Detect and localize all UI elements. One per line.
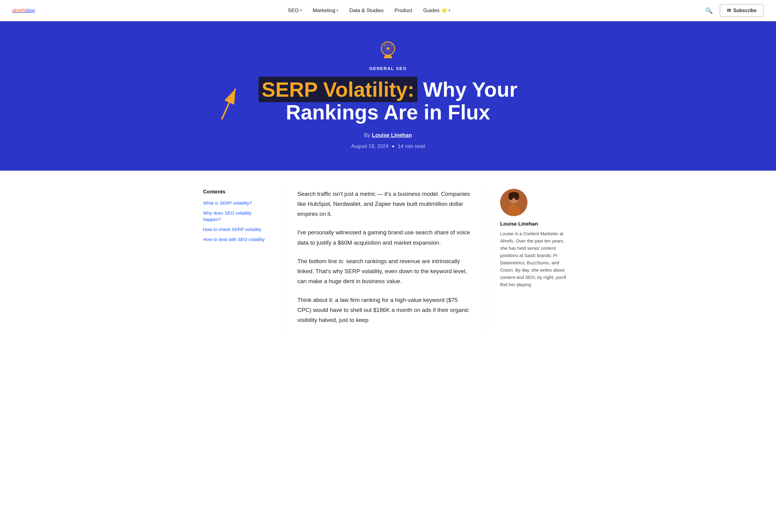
hero-section: ✦ ✦ ✦ GENERAL SEO SERP Volatility: Why Y…: [0, 21, 776, 171]
svg-point-13: [508, 193, 513, 200]
search-icon: 🔍: [705, 7, 713, 14]
author-link[interactable]: Louise Linehan: [372, 132, 412, 138]
list-item: What is SERP volatility?: [203, 200, 270, 206]
toc-link-deal-volatility[interactable]: How to deal with SEO volatility: [203, 237, 265, 242]
nav-link-data-studies[interactable]: Data & Studies: [345, 5, 388, 16]
crystal-ball-icon: ✦ ✦ ✦: [377, 39, 399, 61]
hero-title-wrap: SERP Volatility: Why Your Rankings Are i…: [251, 78, 525, 124]
svg-text:✦: ✦: [391, 43, 393, 46]
toc-link-serp-volatility[interactable]: What is SERP volatility?: [203, 200, 252, 205]
list-item: Why does SEO volatility happen?: [203, 210, 270, 222]
toc-link-check-volatility[interactable]: How to check SERP volatility: [203, 227, 261, 232]
nav-link-marketing[interactable]: Marketing ▾: [309, 5, 343, 16]
logo-ahrefs: ahrefs: [12, 8, 25, 13]
avatar: [500, 189, 528, 216]
list-item: How to check SERP volatility: [203, 226, 270, 232]
author-bio: Louise is a Content Marketer at Ahrefs. …: [500, 230, 573, 288]
nav-links: SEO ▾ Marketing ▾ Data & Studies Product…: [284, 5, 455, 16]
article-body: Search traffic isn't just a metric — it'…: [282, 189, 488, 334]
arrow-icon: [208, 83, 253, 125]
svg-point-14: [515, 193, 519, 200]
nav-actions: 🔍 ✉ Subscribe: [704, 4, 764, 17]
author-card: Louise Linehan Louise is a Content Marke…: [488, 189, 573, 334]
toc-list: What is SERP volatility? Why does SEO vo…: [203, 200, 270, 242]
read-time: 14 min read: [398, 143, 425, 149]
content-area: Contents What is SERP volatility? Why do…: [191, 171, 585, 352]
nav-link-seo[interactable]: SEO ▾: [284, 5, 306, 16]
hero-title: SERP Volatility: Why Your Rankings Are i…: [251, 78, 525, 124]
svg-text:✦: ✦: [383, 43, 386, 47]
hero-title-highlight: SERP Volatility:: [258, 77, 417, 102]
subscribe-button[interactable]: ✉ Subscribe: [720, 4, 764, 17]
chevron-down-icon: ▾: [449, 8, 450, 12]
logo-blog: blog: [25, 8, 34, 13]
search-button[interactable]: 🔍: [704, 5, 715, 16]
article-paragraph-2: I've personally witnessed a gaming brand…: [298, 227, 472, 248]
meta-separator: [392, 146, 394, 147]
nav-link-guides[interactable]: Guides ⭐ ▾: [419, 5, 455, 16]
chevron-down-icon: ▾: [300, 8, 302, 12]
email-icon: ✉: [727, 8, 731, 13]
article-paragraph-1: Search traffic isn't just a metric — it'…: [298, 189, 472, 219]
svg-text:✦: ✦: [385, 45, 391, 52]
hero-category: GENERAL SEO: [12, 66, 764, 71]
article-paragraph-4: Think about it: a law firm ranking for a…: [298, 295, 472, 325]
toc-link-why-volatility[interactable]: Why does SEO volatility happen?: [203, 210, 251, 222]
svg-line-8: [212, 89, 245, 120]
toc-title: Contents: [203, 189, 270, 195]
publish-date: August 19, 2024: [351, 143, 389, 149]
article-paragraph-3: The bottom line is: search rankings and …: [298, 256, 472, 287]
hero-meta: August 19, 2024 14 min read: [12, 143, 764, 149]
chevron-down-icon: ▾: [337, 8, 338, 12]
navigation: ahrefsblog SEO ▾ Marketing ▾ Data & Stud…: [0, 0, 776, 21]
author-name: Louise Linehan: [500, 221, 573, 227]
table-of-contents: Contents What is SERP volatility? Why do…: [203, 189, 282, 334]
hero-author: By Louise Linehan: [12, 132, 764, 139]
logo[interactable]: ahrefsblog: [12, 8, 35, 13]
nav-link-product[interactable]: Product: [390, 5, 417, 16]
list-item: How to deal with SEO volatility: [203, 236, 270, 242]
